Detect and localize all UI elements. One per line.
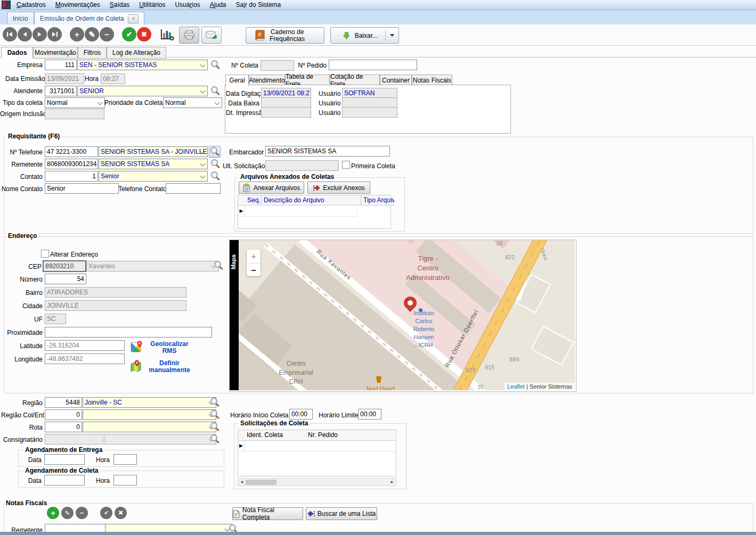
- map-side-bar[interactable]: Mapa: [230, 240, 239, 390]
- zoom-in-button[interactable]: +: [247, 250, 261, 264]
- nav-first-button[interactable]: [3, 27, 17, 42]
- solicitacoes-col-pedido[interactable]: Nr. Pedido: [306, 430, 395, 441]
- prioridade-combo[interactable]: Normal: [163, 97, 222, 108]
- primeira-coleta-checkbox[interactable]: [342, 161, 350, 169]
- horario-inicio-field[interactable]: 00:00: [289, 409, 313, 419]
- excluir-anexos-button[interactable]: Excluir Anexos: [307, 182, 370, 194]
- search-icon[interactable]: [209, 146, 221, 158]
- horario-limite-field[interactable]: 00:00: [358, 409, 381, 419]
- leaflet-link[interactable]: Leaflet: [507, 383, 525, 390]
- entrega-hora-field[interactable]: [113, 454, 137, 465]
- scrollbar-thumb[interactable]: [246, 480, 277, 485]
- telefone-contato-field[interactable]: [166, 183, 221, 194]
- nav-last-button[interactable]: [47, 27, 62, 42]
- definir-manualmente-button[interactable]: Definirmanualmente: [131, 360, 190, 374]
- tab-dados[interactable]: Dados: [1, 47, 33, 59]
- remetente-combo[interactable]: SENIOR SISTEMAS SA: [99, 159, 208, 169]
- nf-add-button[interactable]: +: [47, 507, 59, 519]
- cep-field[interactable]: 89203210: [43, 260, 86, 272]
- baixar-button[interactable]: Baixar...: [330, 27, 399, 44]
- proximidade-field[interactable]: [45, 327, 212, 338]
- tab-movimentacao[interactable]: Movimentação: [33, 47, 78, 59]
- empresa-code-field[interactable]: 111: [45, 60, 77, 70]
- tab-geral[interactable]: Geral: [225, 75, 249, 86]
- table-row[interactable]: [245, 441, 396, 451]
- solicitacoes-col-ident[interactable]: Ident. Coleta: [245, 430, 308, 441]
- zoom-out-button[interactable]: −: [247, 264, 261, 277]
- search-icon[interactable]: [209, 409, 220, 420]
- anexos-col-descricao[interactable]: Descrição do Arquivo: [262, 195, 361, 205]
- alterar-endereco-checkbox[interactable]: [41, 250, 49, 258]
- tab-filtros[interactable]: Filtros: [78, 47, 107, 59]
- anexos-col-seq[interactable]: Seq.: [245, 195, 262, 205]
- tab-emissao-ordem-coleta[interactable]: Emissão de Ordem de Coleta ×: [34, 12, 144, 25]
- anexos-col-tipo[interactable]: Tipo Arquivo: [361, 195, 394, 205]
- regiao-combo[interactable]: Joinville - SC: [83, 397, 216, 408]
- menu-utilitarios[interactable]: Utilitários: [134, 1, 170, 9]
- nota-fiscal-completa-button[interactable]: Nota Fiscal Completa: [232, 507, 303, 520]
- nav-prev-button[interactable]: [18, 27, 32, 42]
- regiao-colent-field[interactable]: 0: [45, 409, 82, 420]
- send-button[interactable]: [201, 27, 222, 44]
- coleta-hora-field[interactable]: [113, 475, 137, 485]
- table-row[interactable]: [245, 205, 357, 217]
- chevron-down-icon[interactable]: [390, 34, 394, 37]
- regiao-colent-combo[interactable]: [83, 409, 216, 420]
- regiao-field[interactable]: 5448: [45, 397, 82, 408]
- caderno-frequencias-button[interactable]: F Caderno deFrequências: [246, 27, 324, 44]
- search-icon[interactable]: [210, 171, 221, 182]
- menu-sair[interactable]: Sair do Sistema: [231, 1, 286, 9]
- numero-field[interactable]: 54: [45, 274, 86, 284]
- latitude-field[interactable]: -26.316204: [45, 340, 125, 351]
- solicitacoes-scrollbar[interactable]: ◄ ►: [238, 478, 396, 486]
- buscar-lista-button[interactable]: Buscar de uma Lista: [306, 507, 377, 520]
- menu-saidas[interactable]: Saídas: [105, 1, 134, 9]
- chart-icon[interactable]: [160, 28, 175, 41]
- search-icon[interactable]: [210, 86, 221, 96]
- telefone-field[interactable]: 47 3221-3300: [45, 146, 98, 157]
- menu-ajuda[interactable]: Ajuda: [205, 1, 231, 9]
- nf-edit-button[interactable]: ✎: [61, 507, 74, 519]
- menu-cadastros[interactable]: Cadastros: [12, 1, 51, 9]
- print-button[interactable]: [179, 27, 199, 44]
- entrega-data-field[interactable]: [44, 454, 85, 465]
- telefone-combo[interactable]: SENIOR SISTEMAS SA - JOINVILLE: [99, 146, 208, 157]
- nf-cancel-button[interactable]: ✖: [115, 507, 127, 519]
- embarcador-field[interactable]: SENIOR SISTEMAS SA: [265, 146, 390, 157]
- edit-button[interactable]: ✎: [85, 27, 99, 42]
- menu-usuarios[interactable]: Usuários: [170, 1, 205, 9]
- nome-contato-field[interactable]: Senior: [45, 183, 119, 194]
- search-icon[interactable]: [210, 60, 221, 70]
- scroll-left-icon[interactable]: ◄: [238, 479, 246, 485]
- scroll-right-icon[interactable]: ►: [388, 479, 396, 485]
- search-icon[interactable]: [213, 260, 224, 271]
- add-button[interactable]: +: [70, 27, 84, 42]
- geolocalizar-rms-button[interactable]: GeolocalizarRMS: [131, 341, 190, 355]
- menu-movimentacoes[interactable]: Movimentações: [51, 1, 105, 9]
- cancel-button[interactable]: ✖: [137, 27, 151, 42]
- search-icon[interactable]: [210, 159, 221, 169]
- search-icon[interactable]: [209, 422, 220, 432]
- tab-inicio[interactable]: Início: [7, 12, 34, 25]
- atendente-combo[interactable]: SENIOR: [77, 86, 208, 96]
- longitude-field[interactable]: -48.8637482: [45, 353, 125, 364]
- anexar-arquivos-button[interactable]: Anexar Arquivos: [239, 182, 304, 194]
- coleta-data-field[interactable]: [44, 475, 85, 485]
- delete-button[interactable]: −: [100, 27, 114, 42]
- tab-log-alteracao[interactable]: Log de Alteração: [107, 47, 166, 59]
- n-pedido-field[interactable]: [329, 60, 417, 70]
- atendente-code-field[interactable]: 3171001: [45, 86, 77, 96]
- rota-field[interactable]: 0: [45, 422, 82, 432]
- remetente-field[interactable]: 80680093001234: [45, 159, 98, 169]
- nf-confirm-button[interactable]: ✔: [100, 507, 112, 519]
- confirm-button[interactable]: ✔: [122, 27, 136, 42]
- contato-combo[interactable]: Senior: [99, 171, 208, 182]
- close-icon[interactable]: ×: [128, 14, 139, 23]
- nf-delete-button[interactable]: −: [76, 507, 88, 519]
- rota-combo[interactable]: [83, 422, 216, 432]
- search-icon[interactable]: [209, 397, 220, 408]
- contato-field[interactable]: 1: [45, 171, 98, 182]
- search-icon[interactable]: [209, 434, 220, 445]
- empresa-combo[interactable]: SEN - SENIOR SISTEMAS: [77, 60, 208, 70]
- nav-next-button[interactable]: [32, 27, 47, 42]
